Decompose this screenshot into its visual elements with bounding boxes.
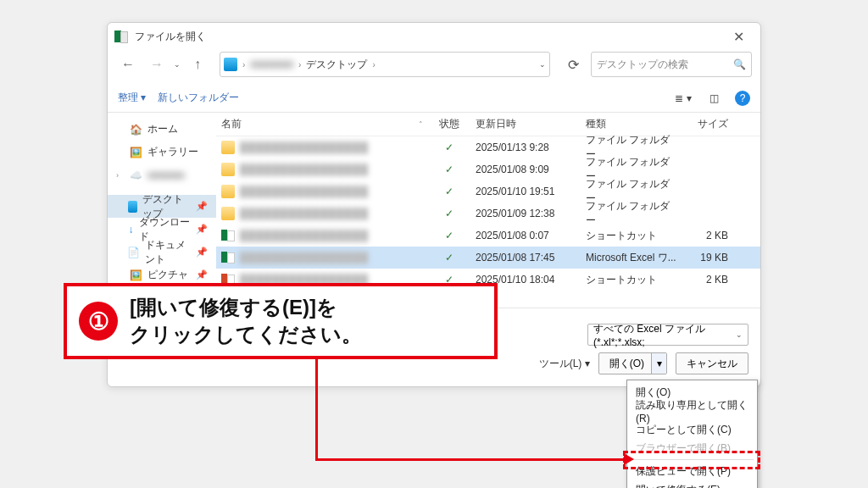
file-row[interactable]: ████████████████✓2025/01/08 0:07ショートカット2… (216, 225, 760, 247)
file-name: ████████████████ (240, 186, 369, 197)
chevron-right-icon: › (372, 60, 375, 69)
chevron-right-icon: › (298, 60, 301, 69)
annotation-text: [開いて修復する(E)]をクリックしてください。 (130, 294, 362, 349)
pin-icon: 📌 (196, 269, 208, 280)
close-button[interactable]: ✕ (723, 25, 754, 48)
file-date: 2025/01/13 9:28 (470, 141, 581, 153)
toolbar: 整理 ▾ 新しいフォルダー ≣ ▾ ◫ ? (108, 84, 760, 113)
tools-menu[interactable]: ツール(L) ▾ (539, 352, 590, 374)
annotation-arrow (315, 458, 629, 461)
col-status[interactable]: 状態 (428, 117, 470, 131)
titlebar: ファイルを開く ✕ (108, 23, 760, 50)
nav-bar: ← → ⌄ ↑ › ■■■■■■■ › デスクトップ › ⌄ ⟳ デスクトップの… (108, 50, 760, 84)
excels-icon (221, 229, 235, 242)
sidebar-item-home[interactable]: ホーム (108, 118, 216, 141)
file-date: 2025/01/10 19:51 (470, 186, 581, 197)
file-name: ████████████████ (240, 164, 369, 175)
sidebar-item-label: ■■■■■■ (147, 169, 185, 181)
annotation-callout: ① [開いて修復する(E)]をクリックしてください。 (64, 283, 498, 359)
open-button[interactable]: 開く(O) ▾ (598, 352, 667, 374)
file-name: ████████████████ (240, 230, 369, 241)
menu-item[interactable]: 開いて修復する(E)... (627, 480, 757, 488)
file-type: ショートカット (581, 229, 682, 243)
chevron-right-icon: › (242, 60, 245, 69)
up-button[interactable]: ↑ (186, 53, 209, 76)
file-size: 2 KB (682, 274, 733, 286)
pin-icon: 📌 (196, 247, 208, 258)
home-icon (130, 124, 142, 136)
sidebar-item-doc[interactable]: ドキュメント📌 (108, 241, 216, 263)
pin-icon: 📌 (196, 224, 208, 235)
sidebar: ホームギャラリー›■■■■■■デスクトップ📌ダウンロード📌ドキュメント📌ピクチャ… (108, 113, 216, 308)
preview-pane-button[interactable]: ◫ (704, 89, 723, 108)
menu-item[interactable]: 読み取り専用として開く(R) (627, 402, 757, 420)
col-type[interactable]: 種類 (581, 117, 682, 131)
file-name: ████████████████ (240, 141, 369, 153)
back-button[interactable]: ← (116, 53, 140, 76)
sidebar-item-label: ピクチャ (147, 268, 188, 282)
cancel-button[interactable]: キャンセル (676, 352, 748, 374)
dialog-title: ファイルを開く (135, 30, 206, 44)
dl-icon (129, 224, 134, 236)
annotation-highlight (623, 451, 760, 469)
desktop-icon (224, 58, 237, 71)
sidebar-item-label: ギャラリー (147, 145, 198, 159)
search-placeholder: デスクトップの検索 (597, 58, 688, 72)
folder-icon (221, 141, 235, 154)
organize-menu[interactable]: 整理 ▾ (118, 91, 146, 105)
col-size[interactable]: サイズ (682, 117, 733, 131)
doc-icon (127, 247, 140, 258)
new-folder-button[interactable]: 新しいフォルダー (158, 91, 239, 105)
gal-icon (130, 147, 142, 158)
col-name[interactable]: 名前˄ (216, 117, 428, 131)
file-row[interactable]: ████████████████✓2025/01/09 12:38ファイル フォ… (216, 202, 760, 225)
search-input[interactable]: デスクトップの検索 🔍 (591, 52, 752, 77)
open-button-label: 開く(O) (609, 357, 644, 371)
chevron-right-icon: › (116, 171, 125, 180)
folder-icon (221, 185, 235, 198)
help-icon[interactable]: ? (735, 91, 750, 106)
dialog-body: ホームギャラリー›■■■■■■デスクトップ📌ダウンロード📌ドキュメント📌ピクチャ… (108, 113, 760, 308)
excels-icon (221, 251, 235, 264)
status-ok-icon: ✓ (445, 141, 453, 153)
breadcrumb-desktop[interactable]: デスクトップ (306, 58, 367, 72)
path-dropdown-icon[interactable]: ⌄ (539, 60, 546, 69)
file-size: 19 KB (682, 252, 733, 263)
sidebar-item-gal[interactable]: ギャラリー (108, 141, 216, 164)
status-ok-icon: ✓ (445, 230, 453, 241)
file-type-filter[interactable]: すべての Excel ファイル (*.xl*;*.xlsx; ⌄ (587, 324, 748, 346)
file-type: ファイル フォルダー (581, 199, 682, 228)
address-bar[interactable]: › ■■■■■■■ › デスクトップ › ⌄ (220, 52, 550, 77)
open-dropdown-menu: 開く(O)読み取り専用として開く(R)コピーとして開く(C)ブラウザーで開く(B… (626, 380, 758, 488)
pin-icon: 📌 (196, 201, 208, 212)
file-name: ████████████████ (240, 208, 369, 219)
file-size: 2 KB (682, 230, 733, 241)
col-date[interactable]: 更新日時 (470, 117, 581, 131)
pic-icon (130, 269, 142, 281)
sidebar-item-label: ドキュメント (145, 238, 191, 267)
file-date: 2025/01/08 9:09 (470, 164, 581, 175)
file-row[interactable]: ████████████████✓2025/01/08 17:45Microso… (216, 247, 760, 269)
forward-button[interactable]: → (145, 53, 169, 76)
file-date: 2025/01/08 0:07 (470, 230, 581, 241)
sort-asc-icon: ˄ (419, 120, 423, 129)
open-dropdown-button[interactable]: ▾ (651, 353, 666, 374)
view-list-button[interactable]: ≣ ▾ (674, 89, 693, 108)
folder-icon (221, 207, 235, 220)
history-dropdown[interactable]: ⌄ (174, 60, 181, 69)
file-type: ショートカット (581, 273, 682, 287)
annotation-arrow (315, 359, 318, 459)
file-type: Microsoft Excel ワ... (581, 251, 682, 265)
file-date: 2025/01/08 17:45 (470, 252, 581, 263)
file-name: ████████████████ (240, 252, 369, 263)
desktop-icon (128, 201, 137, 213)
cloud-icon (130, 169, 142, 181)
excel-icon (114, 30, 128, 43)
file-list: 名前˄ 状態 更新日時 種類 サイズ ████████████████✓2025… (216, 113, 760, 308)
breadcrumb-user[interactable]: ■■■■■■■ (250, 58, 293, 70)
refresh-button[interactable]: ⟳ (560, 52, 586, 77)
status-ok-icon: ✓ (445, 186, 453, 197)
search-icon: 🔍 (733, 58, 746, 70)
annotation-number: ① (79, 302, 118, 341)
sidebar-item-cloud[interactable]: ›■■■■■■ (108, 164, 216, 186)
